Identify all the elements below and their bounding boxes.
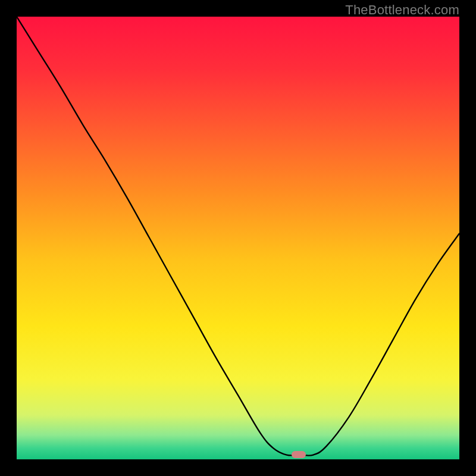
chart-frame: TheBottleneck.com	[0, 0, 476, 476]
gradient-background	[17, 17, 459, 459]
plot-svg	[17, 17, 459, 459]
highlight-marker	[292, 451, 306, 458]
plot-area	[17, 17, 459, 459]
watermark-text: TheBottleneck.com	[345, 2, 459, 18]
